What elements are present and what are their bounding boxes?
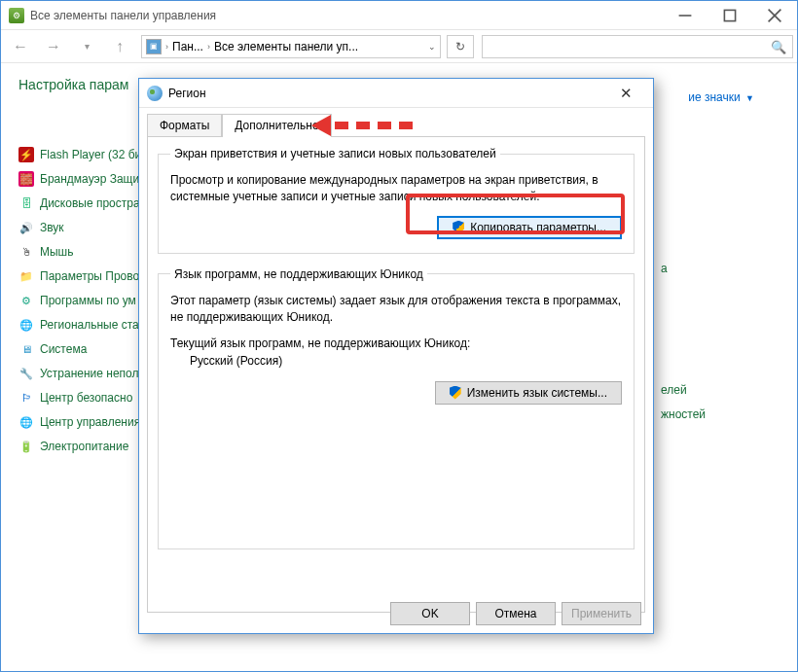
list-item[interactable]: 🔧Устранение непол (18, 366, 147, 381)
chevron-down-icon: ▼ (745, 93, 754, 103)
control-panel-icon: ⚙ (9, 8, 24, 23)
list-item[interactable]: 🔋Электропитание (18, 439, 147, 454)
region-icon: 🌐 (18, 317, 34, 333)
item-label: Параметры Прово (40, 269, 139, 283)
button-label: Копировать параметры... (470, 221, 606, 234)
item-label: Устранение непол (40, 367, 139, 380)
system-icon: 🖥 (18, 341, 34, 357)
item-label: Дисковые простран (40, 196, 146, 210)
troubleshoot-icon: 🔧 (18, 366, 34, 381)
group-description: Просмотр и копирование международных пар… (170, 172, 622, 206)
dialog-titlebar: Регион ✕ (139, 79, 653, 108)
flash-icon: ⚡ (18, 147, 34, 162)
page-heading: Настройка парам (18, 77, 147, 92)
storage-icon: 🗄 (18, 195, 34, 211)
group-legend: Экран приветствия и учетные записи новых… (170, 147, 500, 160)
titlebar: ⚙ Все элементы панели управления (1, 1, 797, 30)
item-label: Звук (40, 221, 64, 234)
item-label: Flash Player (32 бит (40, 148, 147, 161)
welcome-screen-group: Экран приветствия и учетные записи новых… (158, 147, 635, 254)
chevron-down-icon[interactable]: ⌄ (428, 42, 436, 52)
current-language-value: Русский (Россия) (190, 354, 622, 368)
non-unicode-group: Язык программ, не поддерживающих Юникод … (158, 267, 635, 549)
list-item[interactable]: 🖱Мышь (18, 244, 147, 260)
view-mode-link[interactable]: ие значки ▼ (688, 90, 754, 104)
control-panel-item-list: ⚡Flash Player (32 бит 🧱Брандмауэр Защи 🗄… (18, 147, 147, 454)
svg-rect-1 (724, 10, 735, 20)
network-icon: 🌐 (18, 414, 34, 430)
window-controls (663, 1, 797, 30)
power-icon: 🔋 (18, 439, 34, 454)
list-item[interactable]: ⚡Flash Player (32 бит (18, 147, 147, 162)
maximize-button[interactable] (707, 1, 752, 30)
dialog-footer: OK Отмена Применить (390, 602, 641, 625)
minimize-button[interactable] (663, 1, 707, 30)
firewall-icon: 🧱 (18, 171, 34, 187)
group-description: Этот параметр (язык системы) задает язык… (170, 293, 622, 327)
chevron-right-icon: › (207, 42, 210, 52)
item-label: Центр безопасно (40, 391, 132, 405)
apply-button[interactable]: Применить (562, 602, 641, 625)
close-button[interactable] (752, 1, 797, 30)
defaults-icon: ⚙ (18, 293, 34, 308)
refresh-button[interactable]: ↻ (447, 35, 474, 58)
nav-forward-button[interactable]: → (38, 33, 69, 60)
change-system-locale-button[interactable]: Изменить язык системы... (435, 381, 622, 405)
breadcrumb-segment[interactable]: Пан... (172, 40, 203, 53)
tab-formats[interactable]: Форматы (147, 114, 222, 137)
search-input[interactable]: 🔍 (482, 35, 793, 58)
item-label: Программы по ум (40, 294, 136, 307)
item-label: Мышь (40, 245, 74, 259)
tab-advanced[interactable]: Дополнительно (222, 114, 331, 137)
breadcrumb-icon: ▣ (146, 39, 162, 54)
item-label: Центр управления (40, 415, 140, 429)
list-item[interactable]: 🧱Брандмауэр Защи (18, 171, 147, 187)
search-icon: 🔍 (771, 40, 786, 54)
list-item[interactable]: 🏳Центр безопасно (18, 390, 147, 406)
globe-icon (147, 86, 163, 101)
tabstrip: Форматы Дополнительно (139, 108, 653, 136)
dialog-close-button[interactable]: ✕ (606, 79, 645, 108)
item-label: Региональные ста (40, 318, 139, 332)
security-icon: 🏳 (18, 390, 34, 406)
list-item[interactable]: ⚙Программы по ум (18, 293, 147, 308)
ok-button[interactable]: OK (390, 602, 470, 625)
region-dialog: Регион ✕ Форматы Дополнительно Экран при… (138, 78, 654, 634)
list-item[interactable]: 🌐Региональные ста (18, 317, 147, 333)
group-legend: Язык программ, не поддерживающих Юникод (170, 267, 427, 281)
item-label: Брандмауэр Защи (40, 172, 139, 186)
nav-history-button[interactable]: ▾ (71, 33, 102, 60)
breadcrumb-segment[interactable]: Все элементы панели уп... (214, 40, 358, 53)
uac-shield-icon (450, 386, 461, 400)
breadcrumb[interactable]: ▣ › Пан... › Все элементы панели уп... ⌄ (141, 35, 441, 58)
view-link-label: ие значки (688, 90, 740, 104)
list-item[interactable]: 🔊Звук (18, 220, 147, 235)
list-item[interactable]: 🖥Система (18, 341, 147, 357)
window-title: Все элементы панели управления (30, 9, 663, 22)
item-label: Электропитание (40, 440, 128, 453)
cancel-button[interactable]: Отмена (476, 602, 556, 625)
nav-back-button[interactable]: ← (5, 33, 36, 60)
partial-label: а (661, 262, 668, 275)
item-label: Система (40, 342, 87, 356)
partial-label: жностей (661, 407, 706, 421)
explorer-icon: 📁 (18, 268, 34, 284)
dialog-title: Регион (168, 87, 206, 100)
current-language-label: Текущий язык программ, не поддерживающих… (170, 336, 622, 350)
list-item[interactable]: 📁Параметры Прово (18, 268, 147, 284)
navbar: ← → ▾ ↑ ▣ › Пан... › Все элементы панели… (1, 30, 797, 63)
list-item[interactable]: 🗄Дисковые простран (18, 195, 147, 211)
sound-icon: 🔊 (18, 220, 34, 235)
uac-shield-icon (453, 221, 464, 234)
list-item[interactable]: 🌐Центр управления (18, 414, 147, 430)
partial-label: елей (661, 383, 687, 397)
chevron-right-icon: › (165, 42, 168, 52)
button-label: Изменить язык системы... (467, 386, 607, 400)
dialog-body: Экран приветствия и учетные записи новых… (147, 136, 645, 613)
mouse-icon: 🖱 (18, 244, 34, 260)
copy-settings-button[interactable]: Копировать параметры... (437, 216, 622, 239)
nav-up-button[interactable]: ↑ (104, 33, 135, 60)
